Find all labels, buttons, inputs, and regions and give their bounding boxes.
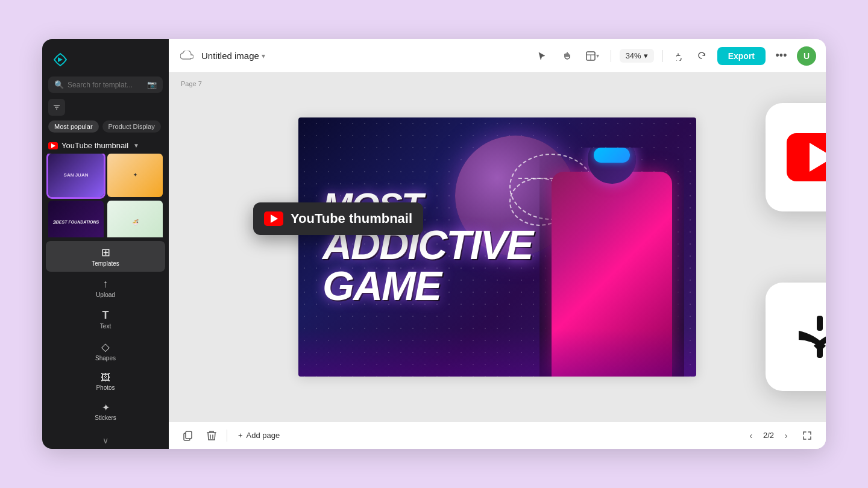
templates-icon: ⊞ (101, 246, 110, 259)
editor-toolbar: Untitled image ▾ ▾ (169, 39, 826, 73)
add-page-icon: + (238, 431, 243, 440)
next-page-button[interactable]: › (779, 428, 793, 443)
zoom-control[interactable]: 34% ▾ (620, 49, 654, 63)
thumb-content-3: 3BEST FOUNDATIONS (48, 201, 104, 237)
shapes-label: Shapes (95, 355, 116, 361)
templates-label: Templates (92, 260, 119, 267)
undo-redo-group (671, 46, 711, 66)
doc-title-chevron: ▾ (262, 52, 265, 60)
export-button[interactable]: Export (717, 47, 766, 65)
svg-rect-7 (817, 346, 823, 358)
sidebar-nav: ⊞ Templates ↑ Upload T Text ◇ Shapes 🖼 P… (42, 237, 169, 432)
editor-bottom-bar: + Add page ‹ 2/2 › (169, 421, 826, 449)
logo-icon[interactable] (49, 49, 71, 70)
search-icon: 🔍 (54, 80, 64, 89)
add-page-label: Add page (247, 431, 280, 440)
page-indicator: 2/2 (763, 431, 774, 440)
sidebar-item-text[interactable]: T Text (46, 304, 165, 334)
template-section-chevron: ▼ (133, 142, 139, 149)
youtube-big-icon (787, 133, 826, 181)
more-options-button[interactable]: ••• (772, 46, 791, 66)
template-grid: SAN JUAN ✦ 3BEST FOUNDATIONS 🍜 (42, 154, 169, 237)
capcut-floating-card (766, 283, 826, 391)
hand-mode-button[interactable] (558, 46, 577, 66)
template-section-header[interactable]: YouTube thumbnail ▼ (42, 139, 169, 154)
sidebar-item-stickers[interactable]: ✦ Stickers (46, 397, 165, 426)
sidebar-item-photos[interactable]: 🖼 Photos (46, 368, 165, 396)
template-item-1[interactable]: SAN JUAN (48, 154, 104, 197)
expand-sidebar-button[interactable]: ∨ (42, 432, 169, 449)
capcut-logo-icon (790, 307, 826, 367)
canvas-image: MOST ADDICTIVE GAME (298, 117, 696, 377)
sidebar-item-templates[interactable]: ⊞ Templates (46, 241, 165, 272)
yt-tooltip-text: YouTube thumbnail (291, 211, 412, 227)
character-visor (594, 148, 630, 163)
camera-icon[interactable]: 📷 (147, 80, 157, 89)
character-element (539, 148, 684, 377)
page-label: Page 7 (181, 80, 202, 87)
svg-rect-9 (186, 431, 192, 439)
duplicate-page-button[interactable] (178, 427, 197, 445)
stickers-icon: ✦ (102, 402, 110, 413)
text-label: Text (100, 323, 111, 330)
sidebar: 🔍 📷 Most popular Product Display YouTube… (42, 39, 169, 449)
svg-rect-6 (817, 316, 823, 331)
thumb-content-2: ✦ (107, 154, 163, 197)
upload-icon: ↑ (103, 278, 108, 290)
text-icon: T (102, 309, 109, 322)
template-section-label: YouTube thumbnail (61, 141, 128, 150)
pill-product-display[interactable]: Product Display (102, 120, 161, 133)
sidebar-item-shapes[interactable]: ◇ Shapes (46, 336, 165, 366)
yt-tooltip-icon (264, 211, 283, 226)
layout-mode-button[interactable]: ▾ (583, 46, 602, 66)
upload-label: Upload (96, 292, 115, 298)
delete-page-button[interactable] (203, 427, 221, 445)
canvas-frame[interactable]: MOST ADDICTIVE GAME (298, 117, 696, 377)
doc-title[interactable]: Untitled image ▾ (201, 51, 265, 61)
filter-button[interactable] (48, 99, 65, 116)
search-bar: 🔍 📷 (48, 77, 163, 93)
game-title-line3: GAME (322, 265, 532, 306)
photos-label: Photos (96, 384, 115, 391)
prev-page-button[interactable]: ‹ (744, 428, 758, 443)
thumb-content-1: SAN JUAN (48, 154, 104, 197)
template-item-4[interactable]: 🍜 (107, 201, 163, 237)
undo-button[interactable] (671, 46, 691, 66)
photos-icon: 🖼 (101, 372, 110, 383)
sidebar-header (42, 39, 169, 77)
add-page-button[interactable]: + Add page (233, 428, 285, 442)
youtube-icon-small (48, 142, 58, 149)
toolbar-divider (611, 50, 611, 62)
doc-title-text: Untitled image (201, 51, 259, 61)
bottom-separator (227, 430, 227, 442)
toolbar-divider-2 (662, 50, 663, 62)
canvas-area: Page 7 MOST ADDICTIVE GAME (169, 73, 826, 421)
character-body (552, 172, 672, 377)
editor-area: Untitled image ▾ ▾ (169, 39, 826, 449)
stickers-label: Stickers (95, 414, 116, 421)
zoom-value: 34% (626, 51, 641, 60)
template-item-3[interactable]: 3BEST FOUNDATIONS (48, 201, 104, 237)
cloud-save-icon[interactable] (178, 48, 195, 64)
app-window: 🔍 📷 Most popular Product Display YouTube… (42, 39, 826, 449)
cursor-mode-button[interactable] (532, 46, 552, 66)
character-head (588, 148, 636, 184)
sidebar-item-upload[interactable]: ↑ Upload (46, 273, 165, 303)
thumb-content-4: 🍜 (107, 201, 163, 237)
pill-most-popular[interactable]: Most popular (48, 120, 99, 133)
youtube-floating-card (766, 103, 826, 211)
search-input[interactable] (68, 81, 143, 89)
page-navigation: ‹ 2/2 › (744, 427, 816, 445)
zoom-chevron: ▾ (644, 51, 648, 60)
shapes-icon: ◇ (101, 340, 110, 354)
fullscreen-button[interactable] (798, 427, 816, 445)
user-avatar[interactable]: U (797, 46, 816, 66)
category-pills: Most popular Product Display (42, 120, 169, 139)
yt-tooltip: YouTube thumbnail (253, 202, 423, 235)
template-item-2[interactable]: ✦ (107, 154, 163, 197)
redo-button[interactable] (692, 46, 711, 66)
